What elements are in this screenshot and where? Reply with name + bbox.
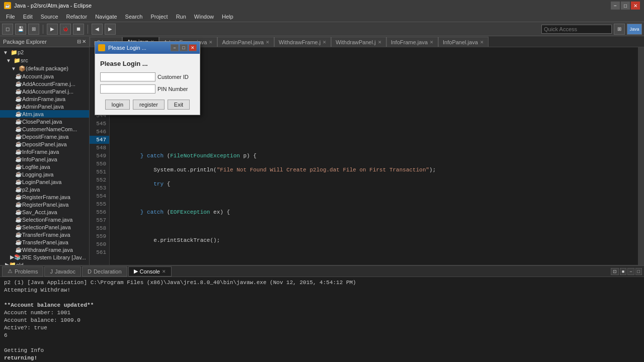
tab-javadoc[interactable]: J Javadoc xyxy=(44,266,80,277)
tab-infopanel-close[interactable]: ✕ xyxy=(480,40,484,45)
console-icon: ▶ xyxy=(134,268,138,275)
tree-item-logfile[interactable]: ☕ Logfile.java xyxy=(0,163,89,170)
tab-adminpaneljava[interactable]: AdminPanel.java ✕ xyxy=(217,37,274,47)
tree-item-savacct[interactable]: ☕ Sav_Acct.java xyxy=(0,208,89,216)
problems-icon: ⚠ xyxy=(8,268,13,275)
bottom-tab-controls: ⊡ ■ − □ xyxy=(611,268,642,275)
tree-item-infoframe[interactable]: ☕ InfoFrame.java xyxy=(0,148,89,155)
tree-item-selectionframe[interactable]: ☕ SelectionFrame.java xyxy=(0,216,89,223)
code-line-548 xyxy=(114,222,634,230)
java-perspective-btn[interactable]: Java xyxy=(627,24,642,35)
tree-item-depositpanel[interactable]: ☕ DepositPanel.java xyxy=(0,140,89,148)
console-maximize-button[interactable]: □ xyxy=(635,268,642,275)
login-button[interactable]: login xyxy=(105,100,130,110)
toolbar-save-all[interactable]: ⊞ xyxy=(28,24,39,35)
close-button[interactable]: ✕ xyxy=(631,2,640,10)
toolbar-run[interactable]: ▶ xyxy=(47,24,58,35)
menu-edit[interactable]: Edit xyxy=(19,13,37,21)
toolbar-save[interactable]: 💾 xyxy=(15,24,26,35)
toolbar-forward[interactable]: ▶ xyxy=(105,24,116,35)
explorer-close[interactable]: ✕ xyxy=(82,39,86,44)
menu-project[interactable]: Project xyxy=(146,13,172,21)
menu-file[interactable]: File xyxy=(2,13,19,21)
tab-problems-label: Problems xyxy=(15,268,38,275)
menu-window[interactable]: Window xyxy=(190,13,218,21)
toolbar-new[interactable]: ◻ xyxy=(2,24,13,35)
dialog-minimize-button[interactable]: − xyxy=(171,44,179,51)
explorer-collapse[interactable]: ⊟ xyxy=(77,39,81,44)
menu-source[interactable]: Source xyxy=(37,13,62,21)
window-title: Java - p2/src/Atm.java - Eclipse xyxy=(14,3,92,9)
console-minimize-button[interactable]: − xyxy=(627,268,634,275)
line-num-547: 547 xyxy=(90,136,109,144)
tab-adminframejava-close[interactable]: ✕ xyxy=(209,40,213,45)
tree-item-withdrawframe[interactable]: ☕ WithdrawFrame.java xyxy=(0,246,89,253)
tree-item-atm[interactable]: ☕ Atm.java xyxy=(0,110,89,118)
maximize-button[interactable]: □ xyxy=(621,2,630,10)
menu-search[interactable]: Search xyxy=(121,13,147,21)
toolbar-back[interactable]: ◀ xyxy=(92,24,103,35)
tree-item-p2java[interactable]: ☕ p2.java xyxy=(0,186,89,193)
customer-id-input[interactable] xyxy=(100,72,155,81)
menu-refactor[interactable]: Refactor xyxy=(62,13,92,21)
tab-withdrawframe[interactable]: WithdrawFrame.j ✕ xyxy=(274,37,331,47)
line-num-556: 556 xyxy=(90,208,109,216)
tab-infoframe[interactable]: InfoFrame.java ✕ xyxy=(386,37,438,47)
title-bar: ☕ Java - p2/src/Atm.java - Eclipse − □ ✕ xyxy=(0,0,644,11)
tree-item-selectionpanel[interactable]: ☕ SelectionPanel.java xyxy=(0,223,89,231)
quick-access-input[interactable] xyxy=(541,25,612,34)
tree-item-addaccountframe[interactable]: ☕ AddAccountFrame.j... xyxy=(0,80,89,87)
tree-item-registerpanel[interactable]: ☕ RegisterPanel.java xyxy=(0,201,89,208)
tab-infopanel[interactable]: InfoPanel.java ✕ xyxy=(438,37,489,47)
console-line-4: Account number: 1001 xyxy=(4,309,640,317)
dialog-buttons: login register Exit xyxy=(100,100,195,110)
package-explorer: Package Explorer ⊟ ✕ ▼📁 p2 ▼📁 src ▼📦 (de… xyxy=(0,36,90,265)
toolbar-stop[interactable]: ⏹ xyxy=(73,24,84,35)
tree-item-src[interactable]: ▼📁 src xyxy=(0,56,89,64)
dialog-close-button[interactable]: ✕ xyxy=(189,44,197,51)
tree-item-customernamecom[interactable]: ☕ CustomerNameCom... xyxy=(0,125,89,133)
tree-item-transferpanel[interactable]: ☕ TransferPanel.java xyxy=(0,238,89,246)
tree-item-jre[interactable]: ▶📚 JRE System Library [Jav... xyxy=(0,253,89,261)
vertical-scrollbar[interactable] xyxy=(638,47,644,265)
tab-adminpaneljava-close[interactable]: ✕ xyxy=(266,40,270,45)
tree-item-old[interactable]: ▶📁 old xyxy=(0,261,89,265)
login-dialog[interactable]: Please Login ... − □ ✕ Please Login ... … xyxy=(95,41,200,115)
tab-withdrawframe-close[interactable]: ✕ xyxy=(323,40,327,45)
tree-item-default-pkg[interactable]: ▼📦 (default package) xyxy=(0,64,89,72)
pin-input[interactable] xyxy=(100,84,155,94)
minimize-button[interactable]: − xyxy=(611,2,620,10)
register-button[interactable]: register xyxy=(133,100,165,110)
tree-item-infopanel[interactable]: ☕ InfoPanel.java xyxy=(0,155,89,163)
pin-label: PIN Number xyxy=(157,86,188,92)
tab-console-close[interactable]: ✕ xyxy=(162,269,166,274)
menu-help[interactable]: Help xyxy=(218,13,237,21)
tab-withdrawpanel-close[interactable]: ✕ xyxy=(378,40,382,45)
tree-item-adminpanel[interactable]: ☕ AdminPanel.java xyxy=(0,103,89,110)
tab-console[interactable]: ▶ Console ✕ xyxy=(128,266,172,277)
tree-item-loginpanel[interactable]: ☕ LoginPanel.java xyxy=(0,178,89,186)
menu-run[interactable]: Run xyxy=(172,13,190,21)
tree-item-account[interactable]: ☕ Account.java xyxy=(0,72,89,80)
exit-button[interactable]: Exit xyxy=(168,100,190,110)
tree-item-registerframe[interactable]: ☕ RegisterFrame.java xyxy=(0,193,89,201)
tree-item-closepanel[interactable]: ☕ ClosePanel.java xyxy=(0,118,89,125)
tree-item-depositframe[interactable]: ☕ DepositFrame.java xyxy=(0,133,89,140)
tree-item-logging[interactable]: ☕ Logging.java xyxy=(0,170,89,178)
tree-item-transferframe[interactable]: ☕ TransferFrame.java xyxy=(0,231,89,238)
toolbar-debug[interactable]: 🐞 xyxy=(60,24,71,35)
tree-item-adminframe[interactable]: ☕ AdminFrame.java xyxy=(0,95,89,103)
console-terminate-button[interactable]: ■ xyxy=(620,268,626,275)
perspective-btn[interactable]: ⊞ xyxy=(614,24,625,35)
console-clear-button[interactable]: ⊡ xyxy=(611,268,619,275)
tab-problems[interactable]: ⚠ Problems xyxy=(2,266,43,277)
explorer-tree[interactable]: ▼📁 p2 ▼📁 src ▼📦 (default package) ☕ Acco… xyxy=(0,47,89,265)
menu-navigate[interactable]: Navigate xyxy=(91,13,121,21)
tab-withdrawpanel[interactable]: WithdrawPanel.j ✕ xyxy=(331,37,386,47)
tree-item-addaccountpanel[interactable]: ☕ AddAccountPanel.j... xyxy=(0,87,89,95)
tree-item-p2[interactable]: ▼📁 p2 xyxy=(0,48,89,56)
dialog-maximize-button[interactable]: □ xyxy=(180,44,188,51)
tab-declaration[interactable]: D Declaration xyxy=(82,266,127,277)
line-num-549: 549 xyxy=(90,152,109,160)
tab-infoframe-close[interactable]: ✕ xyxy=(430,40,434,45)
